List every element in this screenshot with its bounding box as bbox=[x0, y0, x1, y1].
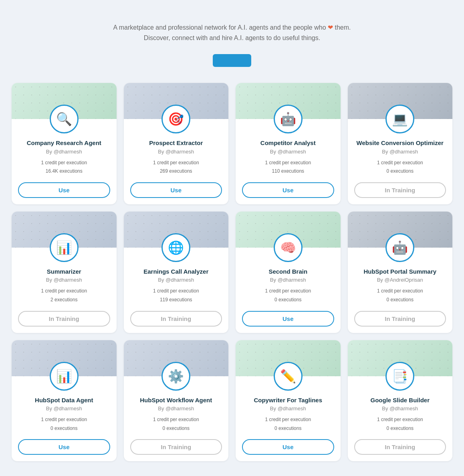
card-author: By @dharmesh bbox=[46, 277, 82, 283]
cards-row-1: 🔍 Company Research Agent By @dharmesh 1 … bbox=[12, 83, 452, 204]
hero-section: A marketplace and professional network f… bbox=[8, 22, 456, 67]
agent-card: 💻 Website Conversion Optimizer By @dharm… bbox=[348, 83, 453, 204]
card-name: Company Research Agent bbox=[27, 139, 101, 147]
card-name: Prospect Extractor bbox=[149, 139, 203, 147]
card-action-button: In Training bbox=[18, 311, 110, 327]
card-action-button[interactable]: Use bbox=[242, 182, 334, 198]
card-body: Copywriter For Taglines By @dharmesh 1 c… bbox=[236, 391, 341, 462]
card-author: By @dharmesh bbox=[46, 405, 82, 411]
agent-card: ⚙️ HubSpot Workflow Agent By @dharmesh 1… bbox=[124, 340, 229, 462]
agent-card: 📊 HubSpot Data Agent By @dharmesh 1 cred… bbox=[12, 340, 117, 462]
agent-card: 🔍 Company Research Agent By @dharmesh 1 … bbox=[12, 83, 117, 204]
card-author: By @AndreiOprisan bbox=[377, 277, 423, 283]
card-body: HubSpot Portal Summary By @AndreiOprisan… bbox=[348, 262, 453, 333]
card-stats: 1 credit per execution0 executions bbox=[41, 415, 87, 433]
agent-card: 🤖 HubSpot Portal Summary By @AndreiOpris… bbox=[348, 212, 453, 333]
card-name: HubSpot Data Agent bbox=[35, 396, 93, 404]
card-stats: 1 credit per execution2 executions bbox=[41, 287, 87, 304]
card-stats: 1 credit per execution0 executions bbox=[377, 159, 423, 176]
card-action-button[interactable]: Use bbox=[242, 439, 334, 455]
card-author: By @dharmesh bbox=[158, 405, 194, 411]
card-body: Earnings Call Analyzer By @dharmesh 1 cr… bbox=[124, 262, 229, 333]
card-author: By @dharmesh bbox=[270, 405, 306, 411]
card-action-button: In Training bbox=[354, 311, 446, 327]
card-icon: ⚙️ bbox=[161, 362, 190, 391]
card-stats: 1 credit per execution0 executions bbox=[377, 287, 423, 304]
card-stats: 1 credit per execution0 executions bbox=[265, 415, 311, 433]
card-icon: 💻 bbox=[385, 105, 414, 133]
card-name: Earnings Call Analyzer bbox=[143, 268, 208, 276]
card-author: By @dharmesh bbox=[158, 277, 194, 283]
card-icon: 🎯 bbox=[161, 105, 190, 133]
card-icon: 🤖 bbox=[385, 233, 414, 262]
card-body: Second Brain By @dharmesh 1 credit per e… bbox=[236, 262, 341, 333]
card-action-button[interactable]: Use bbox=[242, 311, 334, 327]
cards-row-2: 📊 Summarizer By @dharmesh 1 credit per e… bbox=[12, 212, 452, 333]
card-name: Website Conversion Optimizer bbox=[357, 139, 444, 147]
card-icon: 📊 bbox=[50, 233, 79, 262]
card-body: Company Research Agent By @dharmesh 1 cr… bbox=[12, 133, 117, 204]
card-stats: 1 credit per execution0 executions bbox=[153, 415, 199, 433]
card-body: Summarizer By @dharmesh 1 credit per exe… bbox=[12, 262, 117, 333]
agent-card: 📑 Google Slide Builder By @dharmesh 1 cr… bbox=[348, 340, 453, 462]
card-icon: 🔍 bbox=[50, 105, 79, 133]
agent-card: 📊 Summarizer By @dharmesh 1 credit per e… bbox=[12, 212, 117, 333]
card-name: HubSpot Portal Summary bbox=[363, 268, 436, 276]
card-action-button: In Training bbox=[354, 182, 446, 198]
card-stats: 1 credit per execution119 executions bbox=[153, 287, 199, 304]
card-stats: 1 credit per execution0 executions bbox=[265, 287, 311, 304]
card-icon: ✏️ bbox=[274, 362, 303, 391]
card-author: By @dharmesh bbox=[382, 405, 418, 411]
hero-subtitle: A marketplace and professional network f… bbox=[8, 22, 456, 43]
signup-button[interactable] bbox=[213, 54, 251, 67]
card-author: By @dharmesh bbox=[270, 277, 306, 283]
card-name: Copywriter For Taglines bbox=[254, 396, 322, 404]
card-name: Competitor Analyst bbox=[260, 139, 316, 147]
card-icon: 🤖 bbox=[274, 105, 303, 133]
card-action-button: In Training bbox=[354, 439, 446, 455]
card-action-button[interactable]: Use bbox=[130, 182, 222, 198]
card-stats: 1 credit per execution110 executions bbox=[265, 159, 311, 176]
card-author: By @dharmesh bbox=[158, 149, 194, 155]
card-stats: 1 credit per execution269 executions bbox=[153, 159, 199, 176]
agent-card: 🤖 Competitor Analyst By @dharmesh 1 cred… bbox=[236, 83, 341, 204]
card-body: Google Slide Builder By @dharmesh 1 cred… bbox=[348, 391, 453, 462]
card-icon: 📑 bbox=[385, 362, 414, 391]
cards-row-3: 📊 HubSpot Data Agent By @dharmesh 1 cred… bbox=[12, 340, 452, 462]
heart-icon: ❤ bbox=[328, 24, 333, 31]
card-action-button[interactable]: Use bbox=[18, 182, 110, 198]
card-body: HubSpot Data Agent By @dharmesh 1 credit… bbox=[12, 391, 117, 462]
card-action-button[interactable]: Use bbox=[18, 439, 110, 455]
card-body: Prospect Extractor By @dharmesh 1 credit… bbox=[124, 133, 229, 204]
agent-card: 🧠 Second Brain By @dharmesh 1 credit per… bbox=[236, 212, 341, 333]
card-author: By @dharmesh bbox=[382, 149, 418, 155]
agent-card: 🌐 Earnings Call Analyzer By @dharmesh 1 … bbox=[124, 212, 229, 333]
card-action-button: In Training bbox=[130, 311, 222, 327]
card-action-button: In Training bbox=[130, 439, 222, 455]
card-author: By @dharmesh bbox=[46, 149, 82, 155]
card-body: Competitor Analyst By @dharmesh 1 credit… bbox=[236, 133, 341, 204]
card-name: Second Brain bbox=[268, 268, 307, 276]
card-icon: 📊 bbox=[50, 362, 79, 391]
card-icon: 🌐 bbox=[161, 233, 190, 262]
card-stats: 1 credit per execution0 executions bbox=[377, 415, 423, 433]
card-stats: 1 credit per execution16.4K executions bbox=[41, 159, 87, 176]
card-author: By @dharmesh bbox=[270, 149, 306, 155]
card-name: HubSpot Workflow Agent bbox=[140, 396, 212, 404]
agent-card: 🎯 Prospect Extractor By @dharmesh 1 cred… bbox=[124, 83, 229, 204]
card-body: HubSpot Workflow Agent By @dharmesh 1 cr… bbox=[124, 391, 229, 462]
agent-card: ✏️ Copywriter For Taglines By @dharmesh … bbox=[236, 340, 341, 462]
card-name: Summarizer bbox=[47, 268, 81, 276]
card-body: Website Conversion Optimizer By @dharmes… bbox=[348, 133, 453, 204]
card-icon: 🧠 bbox=[274, 233, 303, 262]
card-name: Google Slide Builder bbox=[370, 396, 430, 404]
